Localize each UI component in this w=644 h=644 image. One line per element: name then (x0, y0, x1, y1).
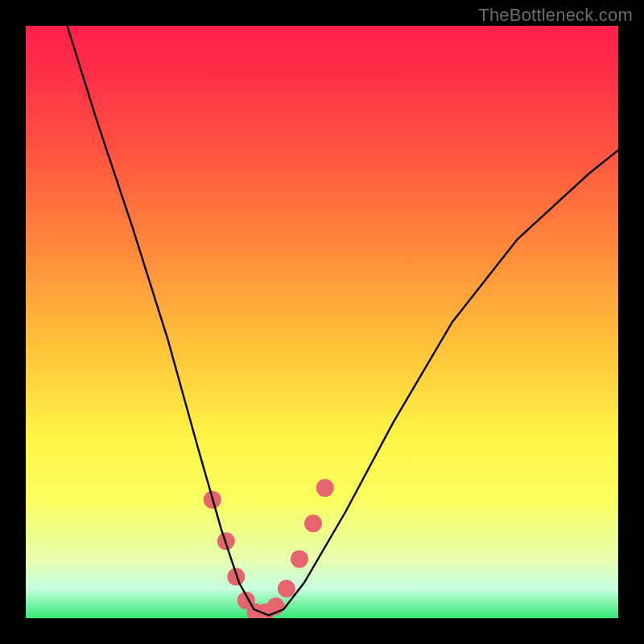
plot-area (26, 26, 618, 618)
highlight-marker (316, 479, 334, 497)
highlight-marker (291, 550, 308, 568)
chart-svg (26, 26, 618, 618)
highlight-marker (304, 514, 322, 532)
watermark-text: TheBottleneck.com (478, 5, 633, 26)
highlight-marker (278, 580, 295, 597)
bottleneck-curve (68, 26, 619, 615)
marker-layer (204, 479, 334, 618)
outer-frame: TheBottleneck.com (0, 0, 644, 644)
